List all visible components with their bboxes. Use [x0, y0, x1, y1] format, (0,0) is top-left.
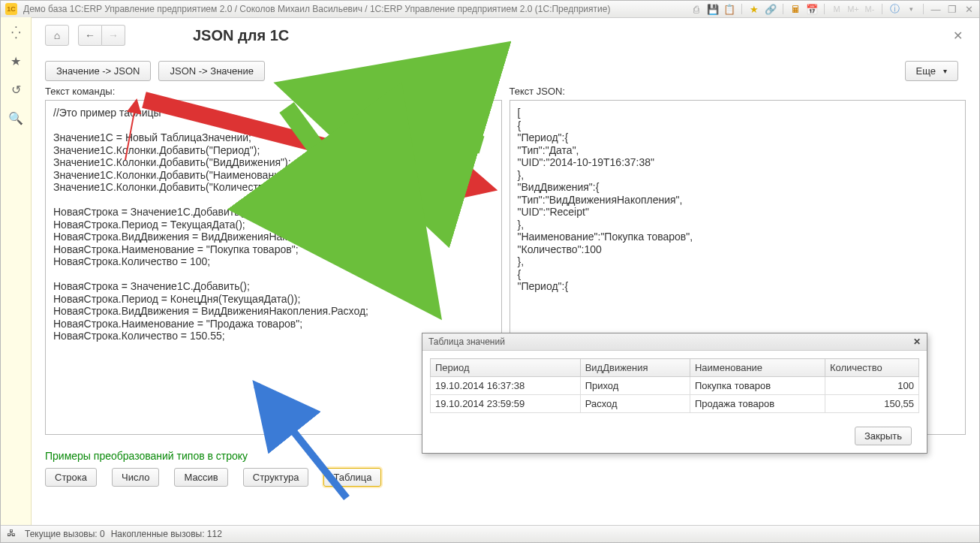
- toolbar-info-icon[interactable]: ⓘ: [888, 3, 900, 15]
- popup-close-icon[interactable]: ✕: [913, 336, 921, 347]
- back-button[interactable]: ←: [78, 25, 102, 46]
- value-table-popup: Таблица значений ✕ Период ВидДвижения На…: [422, 333, 927, 454]
- window-close-icon[interactable]: ✕: [963, 3, 975, 15]
- popup-close-button[interactable]: Закрыть: [855, 427, 912, 445]
- table-row[interactable]: 19.10.2014 16:37:38 Приход Покупка товар…: [431, 377, 919, 395]
- col-qty[interactable]: Количество: [825, 359, 918, 377]
- table-row[interactable]: 19.10.2014 23:59:59 Расход Продажа товар…: [431, 395, 919, 413]
- toolbar-print-icon[interactable]: ⎙: [690, 3, 702, 15]
- toolbar-mminus-icon[interactable]: M-: [864, 3, 876, 15]
- page-title: JSON для 1С: [193, 27, 289, 44]
- col-name[interactable]: Наименование: [690, 359, 825, 377]
- statusbar: 🖧 Текущие вызовы: 0 Накопленные вызовы: …: [1, 525, 979, 542]
- toolbar-star-icon[interactable]: ★: [748, 3, 760, 15]
- value-table[interactable]: Период ВидДвижения Наименование Количест…: [430, 358, 919, 413]
- nav-apps-icon[interactable]: ⁛: [8, 25, 23, 40]
- toolbar-mplus-icon[interactable]: M+: [847, 3, 859, 15]
- window-minimize-icon[interactable]: —: [930, 3, 942, 15]
- nav-favorites-icon[interactable]: ★: [8, 53, 23, 68]
- example-string-button[interactable]: Строка: [45, 468, 97, 487]
- side-nav: ⁛ ★ ↺ 🔍: [1, 17, 32, 526]
- toolbar-calendar-icon[interactable]: 📅: [806, 3, 818, 15]
- app-logo-icon: 1C: [5, 3, 17, 15]
- json-label: Текст JSON:: [510, 86, 966, 97]
- toolbar-dropdown-icon[interactable]: ▾: [905, 3, 917, 15]
- nav-history-icon[interactable]: ↺: [8, 82, 23, 97]
- toolbar-link-icon[interactable]: 🔗: [765, 3, 777, 15]
- toolbar-save-icon[interactable]: 💾: [707, 3, 719, 15]
- example-struct-button[interactable]: Структура: [243, 468, 309, 487]
- status-accumulated-calls: Накопленные вызовы: 112: [111, 529, 222, 539]
- toolbar-calc-icon[interactable]: 🖩: [789, 3, 801, 15]
- col-period[interactable]: Период: [431, 359, 581, 377]
- more-button[interactable]: Еще▾: [905, 61, 958, 81]
- popup-title: Таблица значений: [428, 336, 505, 347]
- forward-button[interactable]: →: [102, 25, 125, 46]
- page-close-icon[interactable]: ✕: [950, 26, 966, 46]
- home-button[interactable]: ⌂: [45, 25, 69, 46]
- nav-search-icon[interactable]: 🔍: [8, 110, 23, 125]
- chevron-down-icon: ▾: [943, 67, 947, 75]
- col-movement[interactable]: ВидДвижения: [580, 359, 690, 377]
- status-current-calls: Текущие вызовы: 0: [25, 529, 105, 539]
- title-text: Демо база 1C:ERP Управление предприятием…: [23, 4, 610, 14]
- window-restore-icon[interactable]: ❐: [946, 3, 958, 15]
- toolbar-copy-icon[interactable]: 📋: [723, 3, 735, 15]
- titlebar: 1C Демо база 1C:ERP Управление предприят…: [1, 1, 979, 18]
- json-to-value-button[interactable]: JSON -> Значение: [158, 61, 264, 81]
- example-number-button[interactable]: Число: [112, 468, 159, 487]
- value-to-json-button[interactable]: Значение -> JSON: [45, 61, 151, 81]
- command-label: Текст команды:: [45, 86, 502, 97]
- example-array-button[interactable]: Массив: [174, 468, 227, 487]
- status-network-icon: 🖧: [7, 528, 19, 540]
- toolbar-m-icon[interactable]: M: [831, 3, 843, 15]
- example-table-button[interactable]: Таблица: [323, 468, 381, 487]
